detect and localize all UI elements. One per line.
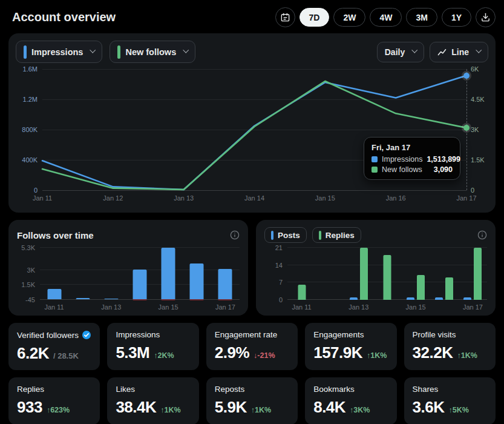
bar-group: [350, 248, 368, 300]
bar-slot: [287, 248, 316, 300]
follows-chart: 5.3K3K1.5K-45 Jan 11Jan 13Jan 15Jan 17: [17, 248, 240, 313]
stat-value-row: 933↑623%: [17, 398, 91, 417]
stat-card-bookmarks[interactable]: Bookmarks8.4K↑3K%: [305, 377, 396, 424]
stat-delta: ↑1K%: [160, 406, 180, 414]
x-axis-label: Jan 13: [344, 300, 373, 313]
range-3m[interactable]: 3M: [406, 8, 437, 27]
stat-card-likes[interactable]: Likes38.4K↑1K%: [107, 377, 198, 424]
posts-toggle-chip[interactable]: Posts: [264, 227, 307, 243]
range-1y[interactable]: 1Y: [442, 8, 471, 27]
stat-label-text: Reposts: [215, 385, 245, 394]
stat-delta: ↑1K%: [367, 351, 387, 360]
stat-value: 5.9K: [215, 398, 247, 417]
chevron-down-icon: [90, 47, 96, 53]
stat-value-row: 5.9K↑1K%: [215, 398, 289, 417]
y-axis-tick: 0: [279, 296, 283, 303]
chart-type-label: Line: [451, 47, 469, 57]
replies-bar: [474, 248, 482, 300]
bar-group: [407, 248, 425, 300]
overview-chart-card: Impressions New follows Daily: [8, 33, 496, 213]
chevron-down-icon: [411, 47, 417, 53]
impressions-follows-chart: 1.6M1.2M800K400K0 Fri, Jan 17 Impression…: [16, 69, 488, 205]
follows-card-title: Follows over time: [17, 230, 94, 240]
replies-accent-bar: [319, 231, 321, 240]
bar-slot: [459, 248, 487, 300]
left-axis-tick: 0: [34, 187, 38, 194]
granularity-dropdown[interactable]: Daily: [377, 42, 424, 62]
stat-card-reposts[interactable]: Reposts5.9K↑1K%: [206, 377, 298, 424]
bar-slot: [211, 248, 240, 300]
stat-card-replies[interactable]: Replies933↑623%: [8, 377, 100, 424]
impressions-accent-bar: [24, 45, 27, 59]
stat-label-text: Bookmarks: [313, 385, 355, 394]
replies-toggle-chip[interactable]: Replies: [312, 227, 361, 243]
chart-controls: Impressions New follows Daily: [16, 41, 488, 63]
chevron-down-icon: [476, 47, 482, 53]
bar-slot: [68, 248, 97, 300]
unfollows-bar: [218, 299, 232, 300]
x-axis-label: Jan 15: [154, 300, 183, 313]
y-axis-tick: 14: [275, 262, 283, 269]
stat-card-engagements[interactable]: Engagements157.9K↑1K%: [305, 323, 396, 370]
new-follows-swatch: [371, 167, 378, 173]
header: Account overview 7D2W4W3M1Y: [0, 0, 504, 33]
stat-delta: ↑623%: [47, 406, 70, 414]
right-axis-tick: 6K: [471, 65, 479, 73]
stat-label-text: Shares: [413, 385, 439, 394]
range-2w[interactable]: 2W: [333, 8, 365, 27]
analytics-dashboard: Account overview 7D2W4W3M1Y: [0, 0, 504, 424]
stat-label-text: Profile visits: [413, 330, 456, 339]
stat-card-profile-visits[interactable]: Profile visits32.2K↑1K%: [404, 323, 496, 370]
stat-delta: ↑2K%: [154, 351, 174, 360]
replies-bar: [383, 255, 391, 300]
line-chart-icon: [437, 48, 447, 56]
stat-label-text: Engagements: [313, 330, 364, 339]
stat-label: Impressions: [116, 330, 190, 339]
bar-group: [463, 248, 482, 300]
stat-delta: ↑1K%: [457, 351, 477, 360]
posts-y-axis: 211470: [264, 248, 287, 300]
x-axis-label: Jan 13: [174, 194, 194, 202]
metric-impressions-dropdown[interactable]: Impressions: [16, 41, 102, 63]
calendar-button[interactable]: [275, 7, 295, 27]
download-button[interactable]: [476, 7, 496, 27]
page-title: Account overview: [12, 10, 116, 24]
tooltip-new-follows-label: New follows: [382, 165, 422, 174]
chart-type-dropdown[interactable]: Line: [430, 42, 488, 62]
stat-label-text: Impressions: [116, 330, 160, 339]
bar-group: [435, 248, 453, 300]
info-icon[interactable]: [477, 230, 487, 240]
chevron-down-icon: [183, 47, 189, 53]
bar-group: [383, 248, 391, 300]
posts-bar: [350, 297, 358, 300]
stat-card-engagement-rate[interactable]: Engagement rate2.9%↓-21%: [206, 323, 298, 370]
follows-bar: [218, 269, 232, 299]
x-axis-label: Jan 11: [287, 300, 316, 313]
stat-value-row: 157.9K↑1K%: [313, 343, 388, 362]
replies-bar: [360, 248, 368, 300]
metric-new-follows-dropdown[interactable]: New follows: [110, 41, 195, 63]
secondary-charts: Follows over time 5.3K3K1.5K-45 Jan 11Ja…: [8, 220, 496, 316]
stat-value-row: 38.4K↑1K%: [116, 398, 190, 417]
stat-value: 6.2K: [17, 344, 49, 363]
tooltip-impressions-row: Impressions 1,513,899: [371, 155, 453, 164]
follows-bar: [47, 289, 61, 300]
x-axis-label: Jan 12: [103, 194, 123, 202]
stat-delta: ↑5K%: [449, 406, 469, 414]
x-axis-label: [183, 300, 211, 313]
range-7d[interactable]: 7D: [299, 8, 330, 27]
bar-slot: [430, 248, 459, 300]
tooltip-impressions-label: Impressions: [382, 155, 422, 164]
unfollows-bar: [190, 299, 204, 300]
stat-label: Engagement rate: [215, 330, 289, 339]
replies-bar: [298, 285, 306, 300]
info-icon[interactable]: [230, 230, 240, 240]
stat-card-shares[interactable]: Shares3.6K↑5K%: [404, 377, 496, 424]
stat-card-impressions[interactable]: Impressions5.3M↑2K%: [107, 323, 198, 370]
follows-bar: [190, 263, 204, 300]
unfollows-bar: [162, 299, 175, 300]
follows-plot: [40, 248, 240, 300]
range-4w[interactable]: 4W: [370, 8, 402, 27]
stat-card-verified-followers[interactable]: Verified followers6.2K/ 28.5K: [8, 323, 100, 370]
stat-label: Profile visits: [413, 330, 487, 339]
